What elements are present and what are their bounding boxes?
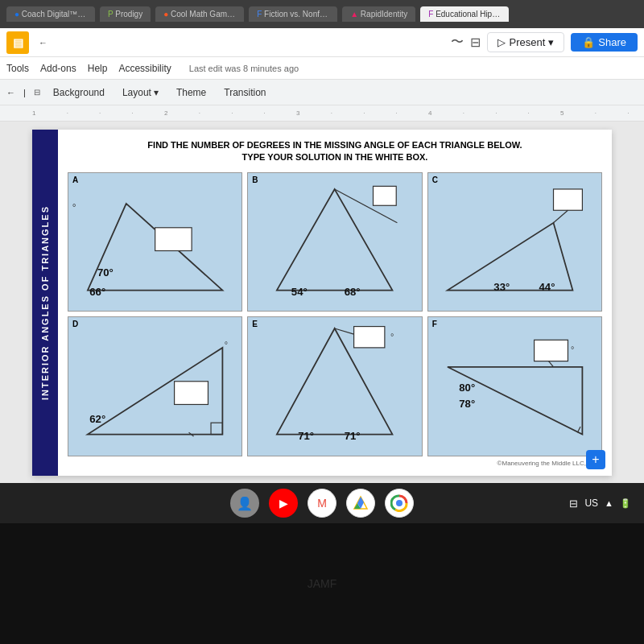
cell-label-a: A (72, 175, 78, 184)
ruler-marks: 1 · · · 2 · · · 3 · · · 4 · · · 5 · · · … (32, 109, 644, 117)
locale-indicator: US (584, 497, 598, 509)
tab-cool-math[interactable]: ● Cool Math Games -... (155, 6, 244, 22)
layout-dropdown-icon: ▾ (154, 87, 159, 98)
cell-label-f: F (432, 320, 437, 328)
triangle-svg-b: ° 54° 68° (248, 173, 421, 311)
svg-rect-21 (175, 382, 208, 405)
svg-text:°: ° (225, 340, 228, 349)
svg-text:°: ° (72, 202, 76, 213)
svg-text:62°: 62° (89, 413, 105, 425)
side-label: INTERIOR ANGLES OF TRIANGLES (32, 130, 58, 476)
last-edit-status: Last edit was 8 minutes ago (189, 64, 299, 73)
tab-prodigy[interactable]: P Prodigy (100, 6, 151, 22)
svg-text:68°: 68° (345, 285, 361, 297)
svg-rect-18 (211, 423, 222, 434)
toolbar-slide-thumbnail: ⊟ (34, 88, 40, 97)
svg-rect-7 (374, 186, 397, 205)
menu-tools[interactable]: Tools (6, 63, 29, 74)
activity-icon: 〜 (451, 34, 464, 51)
svg-line-32 (548, 361, 553, 367)
svg-rect-4 (155, 228, 192, 251)
svg-text:70°: 70° (97, 266, 114, 278)
menu-help[interactable]: Help (88, 63, 108, 74)
slides-app: ▤ ← 〜 ⊟ ▷ Present ▾ 🔒 Share Tools Add-on… (0, 28, 644, 483)
triangle-cell-f: F ° 80° 78° (427, 316, 602, 456)
present-dropdown-icon[interactable]: ▾ (548, 36, 554, 48)
back-arrow-icon[interactable]: ← (39, 38, 47, 47)
present-button[interactable]: ▷ Present ▾ (487, 32, 564, 52)
menu-bar: Tools Add-ons Help Accessibility Last ed… (0, 57, 644, 80)
svg-rect-25 (354, 327, 385, 348)
svg-text:°: ° (571, 345, 574, 354)
svg-point-40 (396, 500, 402, 506)
triangle-svg-c: ° 33° 44° (428, 173, 601, 311)
slide-area: INTERIOR ANGLES OF TRIANGLES FIND THE NU… (0, 122, 644, 483)
screen-capture-icon: ⊟ (569, 497, 578, 510)
toolbar-layout[interactable]: Layout ▾ (118, 85, 163, 100)
tab-coach-digital[interactable]: ● Coach Digital™ - Ha... (6, 6, 95, 22)
toolbar-separator: | (23, 88, 26, 97)
triangle-svg-f: ° 80° 78° (428, 317, 601, 455)
slides-header: ▤ ← 〜 ⊟ ▷ Present ▾ 🔒 Share (0, 28, 644, 57)
toolbar-theme[interactable]: Theme (171, 85, 211, 100)
slide-panel: INTERIOR ANGLES OF TRIANGLES FIND THE NU… (32, 130, 612, 476)
slide-title: FIND THE NUMBER OF DEGREES IN THE MISSIN… (68, 139, 602, 164)
slide-content: FIND THE NUMBER OF DEGREES IN THE MISSIN… (58, 130, 612, 476)
ruler: 1 · · · 2 · · · 3 · · · 4 · · · 5 · · · … (0, 105, 644, 122)
taskbar-person-icon[interactable]: 👤 (230, 489, 259, 518)
chromebook-label: JAMF (308, 577, 337, 590)
svg-line-35 (577, 427, 580, 432)
triangle-cell-d: D 62° ° (68, 316, 242, 456)
triangle-svg-e: ° 71° 71° (248, 317, 421, 455)
toolbar-background[interactable]: Background (48, 85, 109, 100)
taskbar-system-tray: ⊟ US ▲ 🔋 (569, 497, 631, 510)
triangle-cell-e: E ° 71° 71° (247, 316, 422, 456)
cell-label-d: D (72, 320, 78, 328)
taskbar: 👤 ▶ M ⊟ US ▲ 🔋 (0, 483, 644, 523)
svg-text:54°: 54° (291, 285, 308, 297)
toolbar-back-icon[interactable]: ← (6, 88, 15, 97)
triangle-cell-c: C ° 33° 44° (427, 172, 602, 312)
svg-rect-31 (534, 341, 568, 361)
menu-accessibility[interactable]: Accessibility (118, 63, 171, 74)
lock-icon: 🔒 (582, 36, 595, 48)
copyright-text: ©Maneuvering the Middle LLC, 2019 (68, 460, 602, 467)
svg-text:71°: 71° (299, 430, 315, 442)
triangle-svg-d: 62° ° (68, 317, 242, 455)
tab-rapid-identity[interactable]: ▲ RapidIdentity (342, 6, 415, 22)
slides-header-right: 〜 ⊟ ▷ Present ▾ 🔒 Share (451, 32, 638, 52)
slides-toolbar: ← | ⊟ Background Layout ▾ Theme Transiti… (0, 80, 644, 105)
triangle-cell-b: B ° 54° 68° (247, 172, 422, 312)
share-button[interactable]: 🔒 Share (571, 33, 638, 52)
bottom-area: JAMF (0, 523, 644, 644)
triangle-svg-a: 70° 66° ° (68, 173, 242, 311)
taskbar-gmail-icon[interactable]: M (308, 489, 336, 518)
svg-text:66°: 66° (89, 285, 105, 297)
taskbar-chrome-icon[interactable] (385, 489, 414, 518)
svg-text:°: ° (390, 332, 394, 342)
taskbar-drive-icon[interactable] (346, 489, 375, 518)
svg-text:71°: 71° (345, 430, 361, 442)
wifi-icon: ▲ (605, 498, 613, 508)
svg-text:80°: 80° (459, 382, 475, 394)
svg-text:44°: 44° (539, 280, 555, 292)
cell-label-e: E (252, 320, 258, 328)
toolbar-transition[interactable]: Transition (219, 85, 270, 100)
slides-app-icon: ▤ (6, 31, 29, 54)
tab-educational-hiphop[interactable]: F Educational Hip Ho... (420, 6, 509, 22)
cell-label-c: C (432, 175, 438, 184)
browser-tabs: ● Coach Digital™ - Ha... P Prodigy ● Coo… (0, 0, 644, 28)
svg-text:78°: 78° (459, 398, 475, 410)
add-slide-button[interactable]: + (586, 450, 605, 469)
triangles-grid: A 70° 66° ° B (68, 172, 602, 456)
grid-icon: ⊟ (470, 35, 481, 50)
present-monitor-icon: ▷ (497, 36, 506, 48)
tab-fiction[interactable]: F Fiction vs. Nonficti... (249, 6, 337, 22)
slides-header-left: ▤ ← (6, 31, 47, 54)
svg-rect-13 (553, 189, 582, 210)
menu-addons[interactable]: Add-ons (40, 63, 76, 74)
battery-icon: 🔋 (620, 498, 631, 509)
taskbar-youtube-icon[interactable]: ▶ (269, 489, 298, 518)
cell-label-b: B (252, 175, 258, 184)
svg-line-16 (553, 210, 568, 223)
